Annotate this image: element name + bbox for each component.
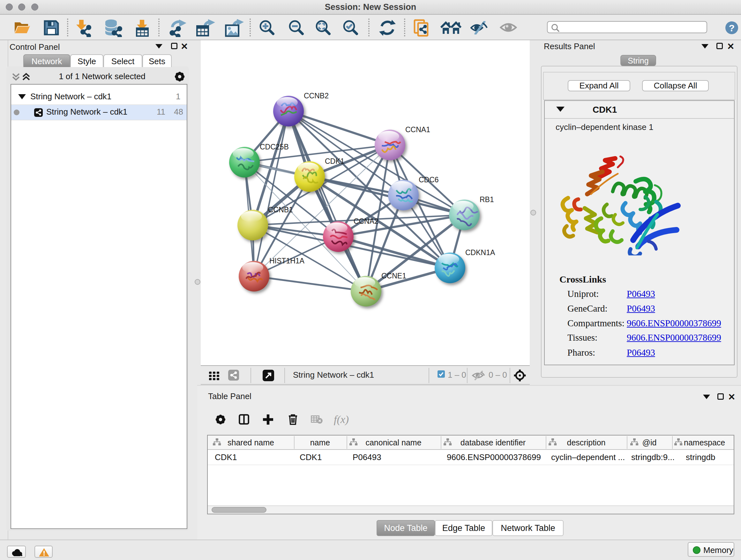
svg-text:HIST1H1A: HIST1H1A <box>269 257 305 265</box>
svg-text:CCNB2: CCNB2 <box>304 91 329 100</box>
svg-text:CCNA2: CCNA2 <box>354 217 379 226</box>
svg-text:CCNB1: CCNB1 <box>268 206 293 214</box>
svg-text:RB1: RB1 <box>480 195 494 204</box>
svg-text:CDC25B: CDC25B <box>260 143 289 151</box>
svg-text:CCNA1: CCNA1 <box>405 125 430 134</box>
svg-text:CDC6: CDC6 <box>419 176 439 184</box>
svg-text:CDKN1A: CDKN1A <box>465 248 495 257</box>
svg-text:CDK1: CDK1 <box>325 157 344 165</box>
svg-text:?: ? <box>729 23 735 33</box>
svg-text:CCNE1: CCNE1 <box>381 272 406 280</box>
